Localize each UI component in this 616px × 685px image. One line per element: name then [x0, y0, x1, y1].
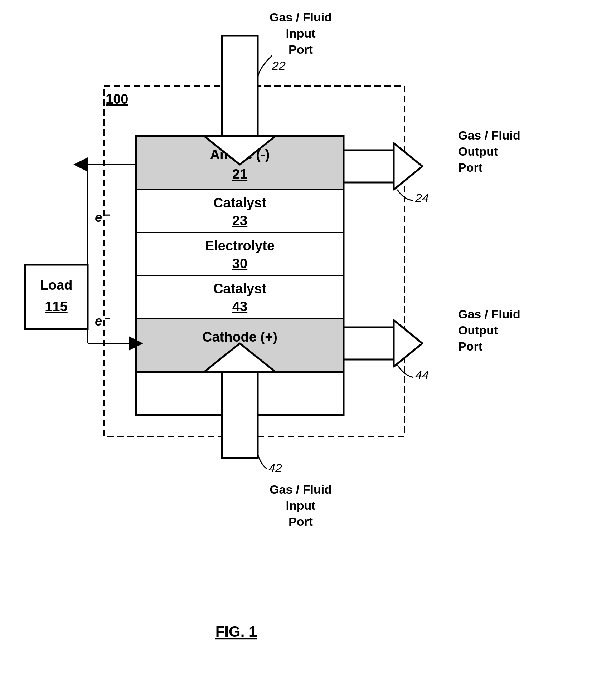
electrolyte-label: Electrolyte — [205, 238, 275, 253]
electron-label-top: e⁻ — [95, 210, 111, 225]
load-label: Load — [40, 278, 73, 293]
cathode-label: Cathode (+) — [202, 329, 277, 344]
system-id-label: 100 — [106, 92, 128, 107]
bottom-output-arrow-head — [394, 320, 422, 367]
electrolyte-id: 30 — [232, 256, 247, 271]
electron-arrow-top — [73, 157, 88, 172]
load-box — [25, 265, 88, 329]
bottom-output-port-id: 44 — [415, 368, 429, 382]
top-input-port-id: 22 — [272, 59, 286, 72]
top-output-arrow-shaft — [344, 150, 394, 182]
bottom-output-port-label-line3: Port — [458, 339, 482, 353]
bottom-output-port-label-line2: Output — [458, 323, 498, 337]
top-input-port-label-line1: Gas / Fluid — [270, 10, 332, 24]
fig-caption: FIG. 1 — [215, 623, 257, 640]
bottom-input-port-label-line2: Input — [286, 499, 315, 512]
bottom-input-port-label-line1: Gas / Fluid — [270, 483, 332, 496]
top-input-arrow-shaft — [222, 36, 258, 136]
bottom-input-port-label-line3: Port — [288, 515, 313, 528]
top-output-port-label-line3: Port — [458, 161, 482, 174]
top-output-port-id: 24 — [415, 191, 429, 205]
bottom-input-callout — [258, 454, 267, 469]
bottom-input-arrow-shaft — [222, 372, 258, 458]
top-input-port-label-line2: Input — [286, 26, 315, 40]
bottom-output-arrow-shaft — [344, 327, 394, 359]
top-output-callout — [397, 190, 413, 200]
top-output-arrow-head — [394, 143, 422, 190]
diagram-container: 100 Anode (-) 21 Catalyst 23 Electrolyte… — [0, 0, 616, 685]
top-port-callout — [258, 55, 272, 79]
electron-label-bottom: e⁻ — [95, 314, 111, 328]
catalyst-bottom-id: 43 — [232, 299, 247, 314]
bottom-input-port-id: 42 — [268, 461, 282, 475]
bottom-output-callout — [397, 365, 413, 377]
catalyst-top-id: 23 — [232, 213, 247, 228]
catalyst-bottom-label: Catalyst — [213, 281, 266, 296]
top-output-port-label-line1: Gas / Fluid — [458, 128, 520, 142]
bottom-output-port-label-line1: Gas / Fluid — [458, 307, 520, 321]
top-output-port-label-line2: Output — [458, 145, 498, 158]
catalyst-top-label: Catalyst — [213, 195, 266, 210]
top-input-port-label-line3: Port — [288, 43, 313, 56]
anode-id: 21 — [232, 167, 247, 182]
load-id: 115 — [45, 299, 67, 314]
